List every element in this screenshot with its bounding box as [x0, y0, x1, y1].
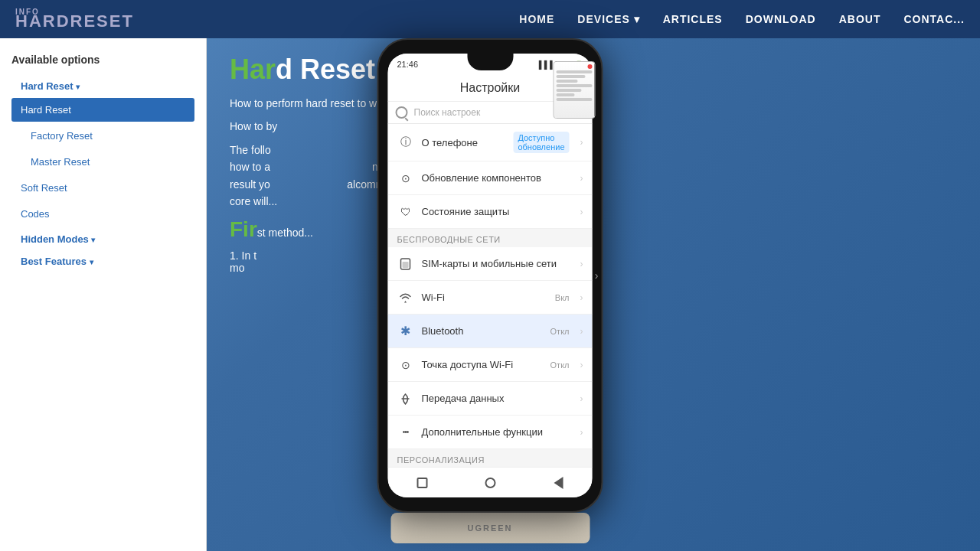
- sidebar-item-hard-reset[interactable]: Hard Reset: [11, 98, 194, 122]
- search-placeholder: Поиск настроек: [414, 107, 481, 118]
- nav-contact[interactable]: CONTAC...: [903, 13, 965, 25]
- about-arrow: ›: [580, 137, 583, 148]
- security-arrow: ›: [580, 207, 583, 217]
- about-badge: Доступнообновление: [513, 132, 569, 153]
- stand-label: UGREEN: [467, 523, 512, 533]
- sidebar-title: Available options: [11, 54, 194, 66]
- update-icon: ⊙: [397, 170, 414, 187]
- wifi-label: Wi-Fi: [422, 292, 547, 303]
- nav-back-button[interactable]: [550, 474, 567, 491]
- more-label: Дополнительные функции: [422, 426, 573, 438]
- top-navigation: INFO HARDRESET HOME DEVICES ▾ ARTICLES D…: [0, 0, 980, 38]
- status-signal: ▐▐▐: [536, 60, 552, 69]
- sidebar-item-factory-reset[interactable]: Factory Reset: [11, 124, 194, 148]
- phone-frame: › 21:46 ▐▐▐ WiFi 🔋 Настройки Поиск настр…: [377, 38, 603, 513]
- sidebar-item-master-reset[interactable]: Master Reset: [11, 150, 194, 174]
- hotspot-icon: ⊙: [397, 357, 414, 373]
- more-arrow: ›: [580, 427, 583, 438]
- sidebar-item-best-features[interactable]: Best Features ▾: [11, 253, 194, 270]
- data-label: Передача данных: [422, 393, 573, 404]
- nav-home-button[interactable]: [482, 474, 498, 491]
- nav-articles[interactable]: ARTICLES: [663, 13, 723, 25]
- phone-notch: [467, 54, 513, 70]
- settings-item-about[interactable]: ⓘ О телефоне Доступнообновление ›: [388, 124, 593, 161]
- settings-item-wifi[interactable]: Wi-Fi Вкл ›: [388, 281, 593, 315]
- hotspot-label: Точка доступа Wi-Fi: [422, 359, 543, 370]
- wifi-arrow: ›: [580, 292, 583, 303]
- settings-item-data[interactable]: Передача данных ›: [388, 382, 593, 416]
- nav-download[interactable]: DOWNLOAD: [746, 13, 816, 25]
- bluetooth-label: Bluetooth: [422, 325, 543, 337]
- svg-rect-1: [403, 262, 409, 268]
- sidebar-item-codes[interactable]: Codes: [11, 202, 194, 226]
- update-label: Обновление компонентов: [422, 172, 573, 184]
- sidebar-item-hidden-modes[interactable]: Hidden Modes ▾: [11, 230, 194, 248]
- sim-icon: [397, 256, 414, 272]
- settings-item-update[interactable]: ⊙ Обновление компонентов ›: [388, 161, 593, 195]
- sim-arrow: ›: [580, 259, 583, 269]
- nav-links: HOME DEVICES ▾ ARTICLES DOWNLOAD ABOUT C…: [519, 12, 965, 26]
- phone-bottom-nav: [388, 467, 593, 497]
- status-time: 21:46: [397, 60, 419, 69]
- update-arrow: ›: [580, 173, 583, 184]
- personalization-header: ПЕРСОНАЛИЗАЦИЯ: [388, 449, 593, 467]
- about-icon: ⓘ: [397, 134, 414, 151]
- phone-stand: UGREEN: [390, 513, 590, 543]
- settings-item-security[interactable]: 🛡 Состояние защиты ›: [388, 195, 593, 229]
- mini-thumb-arrow: ›: [595, 269, 599, 282]
- sidebar-item-soft-reset[interactable]: Soft Reset: [11, 176, 194, 200]
- home-icon: [485, 478, 495, 488]
- sidebar: Available options Hard Reset ▾ Hard Rese…: [0, 38, 207, 551]
- phone-container: › 21:46 ▐▐▐ WiFi 🔋 Настройки Поиск настр…: [377, 38, 603, 543]
- about-label: О телефоне: [422, 137, 506, 148]
- bluetooth-arrow: ›: [580, 326, 583, 337]
- bluetooth-value: Откл: [550, 327, 570, 336]
- security-label: Состояние защиты: [422, 206, 573, 217]
- nav-home[interactable]: HOME: [519, 13, 554, 25]
- settings-item-sim[interactable]: SIM-карты и мобильные сети ›: [388, 247, 593, 281]
- hotspot-arrow: ›: [580, 360, 583, 370]
- bluetooth-icon: ✱: [397, 323, 414, 340]
- nav-devices[interactable]: DEVICES ▾: [577, 13, 639, 25]
- data-arrow: ›: [580, 393, 583, 404]
- sidebar-item-hard-reset-section[interactable]: Hard Reset ▾: [11, 77, 194, 95]
- settings-item-bluetooth[interactable]: ✱ Bluetooth Откл ›: [388, 315, 593, 348]
- wifi-icon: [397, 289, 414, 306]
- wireless-header: БЕСПРОВОДНЫЕ СЕТИ: [388, 229, 593, 247]
- recent-icon: [416, 478, 427, 488]
- data-icon: [397, 390, 414, 407]
- nav-recent-button[interactable]: [413, 474, 430, 491]
- hotspot-value: Откл: [550, 360, 570, 370]
- mini-thumbnail: [554, 61, 596, 119]
- back-icon: [554, 477, 563, 489]
- phone-screen: 21:46 ▐▐▐ WiFi 🔋 Настройки Поиск настрое…: [388, 54, 593, 497]
- settings-list: ⓘ О телефоне Доступнообновление › ⊙ Обно…: [388, 124, 593, 467]
- search-icon: [396, 106, 408, 119]
- settings-item-more[interactable]: ••• Дополнительные функции ›: [388, 416, 593, 449]
- sim-label: SIM-карты и мобильные сети: [422, 258, 573, 269]
- wifi-value: Вкл: [555, 293, 570, 302]
- security-icon: 🛡: [397, 204, 414, 220]
- more-icon: •••: [397, 424, 414, 441]
- settings-item-hotspot[interactable]: ⊙ Точка доступа Wi-Fi Откл ›: [388, 348, 593, 382]
- nav-about[interactable]: ABOUT: [839, 13, 881, 25]
- site-logo[interactable]: INFO HARDRESET: [15, 8, 134, 31]
